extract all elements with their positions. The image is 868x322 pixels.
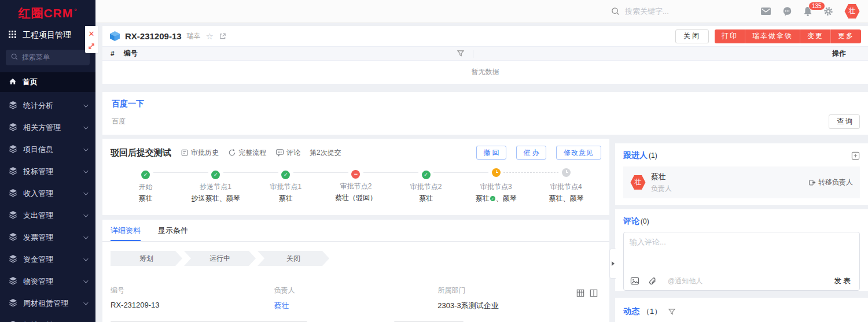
star-icon[interactable]: ☆: [206, 32, 214, 40]
chevron-down-icon: [83, 256, 88, 261]
expand-icon[interactable]: [88, 43, 95, 50]
chat-icon[interactable]: [782, 6, 792, 16]
layers-icon: [9, 276, 17, 287]
step-approve-node3-pending: 审批节点3 蔡壮、颜琴: [461, 168, 531, 203]
panel-collapse-handle[interactable]: [609, 249, 616, 279]
sidebar-nav: 统计分析 相关方管理 项目信息 投标管理 收入管理 支出管理 发票管理 资金管理…: [0, 95, 95, 322]
sidebar-item-temp-material-lease[interactable]: 周材租赁管理: [0, 293, 95, 314]
comment-icon: [275, 149, 284, 157]
owner-link[interactable]: 蔡壮: [274, 301, 438, 311]
related-table-header: # 编号 操作: [102, 46, 868, 61]
layers-icon: [9, 320, 17, 322]
field-number: 编号 RX-231209-13: [111, 286, 274, 311]
sidebar-item-stakeholders[interactable]: 相关方管理: [0, 117, 95, 139]
comments-count: (0): [641, 217, 649, 225]
sidebar-item-bidding[interactable]: 投标管理: [0, 161, 95, 183]
urge-button[interactable]: 催办: [516, 146, 546, 160]
user-avatar[interactable]: 壮: [844, 3, 860, 19]
baidu-link[interactable]: 百度一下: [112, 99, 859, 109]
filter-funnel-icon[interactable]: [457, 50, 465, 57]
print-button[interactable]: 打印: [715, 29, 745, 43]
step-done-icon: [211, 171, 220, 179]
global-search-input[interactable]: 搜索关键字...: [611, 6, 760, 17]
mini-check-icon: [490, 196, 495, 201]
refresh-icon: [228, 149, 236, 157]
add-follower-icon[interactable]: [851, 151, 860, 160]
record-tag: 瑞幸: [187, 31, 201, 41]
record-cube-icon: [109, 31, 120, 42]
approval-history-link[interactable]: 审批历史: [181, 148, 219, 158]
action-column-header: 操作: [473, 49, 868, 58]
step-pending-icon: [492, 168, 501, 177]
bell-icon[interactable]: 135: [803, 6, 812, 17]
layers-icon: [9, 232, 17, 243]
submit-count-label: 第2次提交: [310, 148, 341, 158]
search-icon: [11, 53, 18, 62]
step-done-icon: [422, 171, 431, 179]
comment-placeholder: 输入评论...: [630, 237, 666, 247]
topbar: 搜索关键字... 135 壮: [95, 0, 868, 23]
followers-card: 跟进人 (1) 壮 蔡壮 负责人 转移负责人: [615, 143, 868, 205]
tab-display-conditions[interactable]: 显示条件: [158, 220, 188, 241]
stage-planning[interactable]: 筹划: [111, 251, 182, 266]
layers-icon: [9, 145, 17, 156]
sidebar-item-machinery-lease[interactable]: 机械租赁管理: [0, 314, 95, 322]
number-column-header: 编号: [124, 49, 138, 58]
query-button[interactable]: 查询: [829, 114, 860, 129]
sidebar-item-stats[interactable]: 统计分析: [0, 95, 95, 117]
close-icon[interactable]: ✕: [89, 30, 95, 38]
chevron-down-icon: [83, 124, 88, 129]
stage-closed[interactable]: 关闭: [258, 251, 329, 266]
post-comment-button[interactable]: 发表: [834, 276, 852, 286]
step-start: 开始 蔡壮: [111, 168, 181, 203]
full-flow-link[interactable]: 完整流程: [228, 148, 266, 158]
sidebar-item-funds[interactable]: 资金管理: [0, 249, 95, 271]
chevron-down-icon: [83, 146, 88, 151]
activity-card: 动态 （1）: [615, 298, 868, 322]
sidebar-item-materials[interactable]: 物资管理: [0, 271, 95, 293]
image-attach-icon[interactable]: [630, 277, 639, 285]
comment-input[interactable]: 输入评论... @通知他人 发表: [623, 232, 860, 291]
sidebar-item-income[interactable]: 收入管理: [0, 183, 95, 205]
sidebar-item-home[interactable]: 首页: [0, 72, 95, 92]
recall-button[interactable]: 撤回: [476, 146, 506, 160]
menu-search-input[interactable]: 搜索菜单: [6, 50, 90, 65]
detail-tabs: 详细资料 显示条件: [102, 220, 609, 242]
menu-search-placeholder: 搜索菜单: [22, 53, 50, 62]
transfer-owner-button[interactable]: 转移负责人: [808, 177, 853, 187]
transfer-icon: [808, 179, 816, 186]
paperclip-icon[interactable]: [648, 277, 657, 286]
sidebar-item-invoice[interactable]: 发票管理: [0, 227, 95, 249]
ruixing-latte-button[interactable]: 瑞幸做拿铁: [745, 29, 800, 43]
layers-icon: [9, 210, 17, 221]
empty-data-text: 暂无数据: [102, 61, 868, 83]
gear-icon[interactable]: [823, 6, 833, 16]
activity-filter-icon[interactable]: [668, 308, 676, 316]
mail-icon[interactable]: [760, 7, 771, 16]
approval-comment-link[interactable]: 评论: [275, 148, 300, 158]
workspace-switcher[interactable]: 工程项目管理: [0, 27, 95, 46]
tab-detail-info[interactable]: 详细资料: [111, 220, 141, 241]
more-button[interactable]: 更多: [830, 29, 861, 43]
column-view-icon[interactable]: [590, 289, 598, 297]
baidu-subtitle: 百度: [112, 117, 859, 127]
layers-icon: [9, 166, 17, 177]
step-waiting-icon: [562, 168, 571, 177]
chevron-down-icon: [83, 102, 88, 107]
close-button[interactable]: 关闭: [675, 29, 709, 43]
sidebar-item-expense[interactable]: 支出管理: [0, 205, 95, 227]
step-rejected-icon: [351, 170, 360, 179]
field-row: 编号 RX-231209-13 负责人 蔡壮 所属部门 2303-3系测试企业: [111, 286, 601, 311]
revise-opinion-button[interactable]: 修改意见: [556, 146, 601, 160]
external-link-icon[interactable]: [219, 32, 226, 40]
stage-running[interactable]: 运行中: [184, 251, 256, 266]
sidebar-item-project-info[interactable]: 项目信息: [0, 139, 95, 161]
notify-others-placeholder[interactable]: @通知他人: [668, 276, 703, 286]
chevron-down-icon: [83, 234, 88, 239]
history-icon: [181, 149, 189, 157]
change-button[interactable]: 变更: [800, 29, 830, 43]
layers-icon: [9, 101, 17, 112]
table-view-icon[interactable]: [576, 289, 584, 297]
chevron-down-icon: [83, 168, 88, 173]
step-done-icon: [281, 171, 290, 179]
